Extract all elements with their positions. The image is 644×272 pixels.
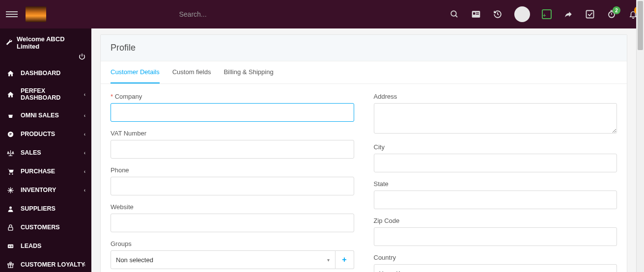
sidebar-item-label: INVENTORY (21, 187, 56, 193)
sidebar-item-label: OMNI SALES (21, 112, 59, 119)
sidebar-item-label: SUPPLIERS (21, 205, 56, 212)
chevron-left-icon: ‹ (84, 150, 85, 156)
lock-icon (6, 223, 15, 232)
zip-input[interactable] (374, 227, 617, 246)
chevron-left-icon: ‹ (84, 188, 85, 193)
svg-point-14 (9, 206, 12, 209)
search-wrap (179, 10, 307, 18)
add-group-button[interactable]: + (336, 250, 354, 269)
user-icon (6, 204, 15, 213)
phone-label: Phone (111, 166, 354, 174)
vat-label: VAT Number (111, 130, 354, 137)
svg-rect-3 (473, 12, 476, 15)
scrollbar-thumb[interactable] (638, 1, 643, 50)
sidebar-item-label: PRODUCTS (21, 131, 55, 137)
leads-icon (6, 242, 15, 250)
home-icon (6, 69, 15, 78)
sidebar-item-perfex-dashboard[interactable]: PERFEX DASHBOARD ‹ (0, 82, 91, 106)
sidebar-item-sales[interactable]: SALES ‹ (0, 143, 91, 162)
profile-panel: Profile Customer Details Custom fields B… (100, 34, 627, 272)
sidebar-item-purchase[interactable]: PURCHASE ‹ (0, 162, 91, 181)
menu-toggle-icon[interactable] (6, 8, 18, 20)
svg-rect-16 (7, 244, 13, 248)
wrench-icon (5, 39, 13, 47)
groups-label: Groups (111, 240, 354, 247)
panel-header: Profile (101, 35, 627, 61)
message-icon[interactable] (542, 9, 552, 19)
phone-input[interactable] (111, 177, 354, 195)
sidebar-item-leads[interactable]: LEADS (0, 237, 91, 255)
basket-icon (6, 111, 15, 120)
groups-select[interactable] (111, 250, 336, 269)
sidebar-item-label: DASHBOARD (21, 70, 60, 77)
id-card-icon[interactable] (471, 9, 481, 19)
state-label: State (374, 180, 617, 188)
form-right-column: Address City State Zip Code Country (374, 93, 617, 272)
svg-line-1 (455, 15, 457, 17)
sidebar-item-customer-loyalty[interactable]: CUSTOMER LOYALTY ‹ (0, 255, 91, 272)
svg-rect-18 (10, 245, 12, 246)
sidebar-item-customers[interactable]: CUSTOMERS (0, 218, 91, 237)
sidebar-item-label: PURCHASE (21, 168, 55, 175)
city-input[interactable] (374, 154, 617, 172)
panel-title: Profile (111, 43, 617, 53)
svg-rect-19 (10, 246, 12, 247)
check-icon[interactable] (585, 9, 595, 19)
home-icon (6, 90, 15, 99)
sidebar-item-label: CUSTOMERS (21, 224, 60, 231)
chevron-left-icon: ‹ (84, 92, 85, 97)
website-label: Website (111, 203, 354, 211)
zip-label: Zip Code (374, 217, 617, 224)
svg-point-17 (8, 245, 10, 247)
svg-point-0 (451, 11, 456, 16)
sidebar-item-dashboard[interactable]: DASHBOARD (0, 64, 91, 82)
company-input[interactable] (111, 103, 354, 122)
settings-timer-icon[interactable]: 2 (607, 9, 616, 19)
app-logo[interactable] (26, 6, 46, 22)
sidebar-item-label: LEADS (21, 243, 41, 249)
settings-badge: 2 (613, 6, 620, 14)
search-input[interactable] (179, 10, 307, 18)
search-icon[interactable] (449, 9, 459, 19)
gift-icon (6, 260, 15, 269)
tab-custom-fields[interactable]: Custom fields (172, 61, 211, 83)
address-input[interactable] (374, 103, 617, 134)
svg-point-13 (12, 173, 13, 175)
welcome-text: Welcome ABCD Limited (0, 28, 91, 53)
svg-rect-4 (476, 12, 479, 13)
sidebar-item-label: PERFEX DASHBOARD (21, 87, 85, 101)
tab-customer-details[interactable]: Customer Details (111, 61, 160, 83)
address-label: Address (374, 93, 617, 100)
svg-rect-5 (476, 14, 479, 15)
sidebar-item-label: CUSTOMER LOYALTY (21, 261, 85, 268)
company-label: Company (111, 93, 354, 100)
tab-billing-shipping[interactable]: Billing & Shipping (224, 61, 273, 83)
topbar: 2 3 (0, 0, 644, 28)
snowflake-icon (6, 186, 15, 194)
sidebar-item-omni-sales[interactable]: OMNI SALES ‹ (0, 106, 91, 125)
share-icon[interactable] (563, 9, 573, 19)
page-scrollbar[interactable] (636, 0, 644, 272)
sidebar-item-label: SALES (21, 149, 41, 156)
main-content: Profile Customer Details Custom fields B… (91, 28, 636, 272)
sidebar-item-suppliers[interactable]: SUPPLIERS (0, 199, 91, 218)
sidebar-item-products[interactable]: P PRODUCTS ‹ (0, 125, 91, 143)
chevron-left-icon: ‹ (84, 169, 85, 174)
power-icon[interactable] (79, 53, 85, 60)
country-label: Country (374, 254, 617, 261)
city-label: City (374, 143, 617, 151)
website-input[interactable] (111, 214, 354, 232)
svg-rect-15 (8, 227, 13, 230)
sidebar: Welcome ABCD Limited DASHBOARD PERFEX DA… (0, 28, 91, 272)
scale-icon (6, 148, 15, 157)
country-select[interactable] (374, 264, 617, 272)
vat-input[interactable] (111, 140, 354, 159)
user-avatar[interactable] (514, 6, 530, 22)
svg-rect-6 (587, 11, 594, 18)
state-input[interactable] (374, 190, 617, 209)
sidebar-item-inventory[interactable]: INVENTORY ‹ (0, 181, 91, 199)
history-icon[interactable] (493, 9, 503, 19)
product-icon: P (6, 130, 15, 138)
tabs: Customer Details Custom fields Billing &… (101, 61, 627, 84)
cart-icon (6, 167, 15, 176)
